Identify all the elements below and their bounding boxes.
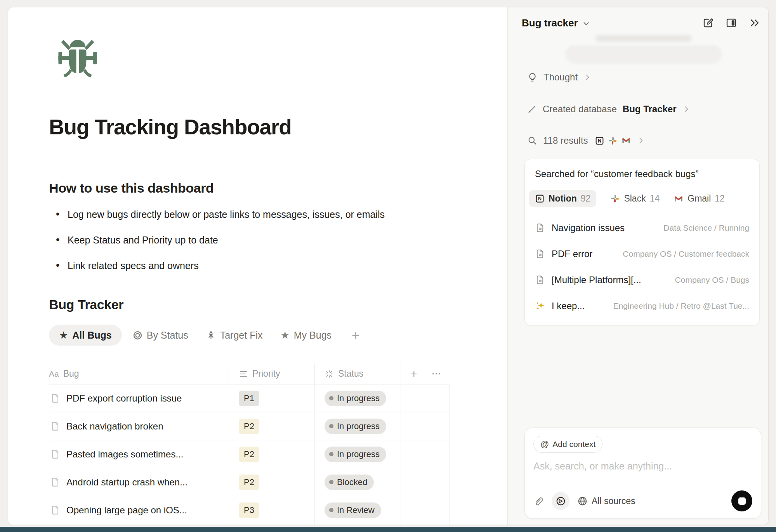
status-dot [329,452,333,456]
page-icon [50,477,61,487]
panel-layout-button[interactable] [725,16,738,30]
notion-icon: N [535,194,545,203]
fading-toast [566,35,721,61]
attach-icon[interactable] [533,496,544,506]
priority-pill[interactable]: P2 [239,419,259,434]
table-row-partial[interactable] [49,524,449,525]
notion-icon: N [595,136,604,146]
table-row[interactable]: Back navigation broken P2 In progress [49,412,449,440]
star-icon: ★ [280,330,289,340]
created-label: Created database [543,104,617,115]
howto-list: Log new bugs directly below or paste lin… [49,209,507,271]
source-tab-gmail[interactable]: Gmail 12 [674,193,725,204]
table-more-button[interactable]: ⋯ [431,368,442,380]
tracker-heading: Bug Tracker [49,297,507,312]
howto-item: Keep Status and Priority up to date [49,235,507,246]
status-property-icon [325,369,334,379]
svg-text:N: N [538,196,542,202]
model-button[interactable] [552,492,569,510]
page-icon [535,223,545,233]
add-column-button[interactable]: + [411,368,417,380]
view-tab-label: Target Fix [220,330,263,341]
view-tab-all-bugs[interactable]: ★ All Bugs [49,325,122,346]
select-property-icon [239,369,248,379]
created-database-step[interactable]: Created database Bug Tracker [527,104,690,115]
howto-item: Log new bugs directly below or paste lin… [49,209,507,220]
view-tab-label: By Status [147,330,188,341]
collapse-panel-button[interactable] [748,16,761,30]
bottom-accent-bar [0,527,776,532]
compose-icon [704,19,713,27]
search-results-card: Searched for “customer feedback bugs” N … [524,159,760,325]
priority-pill[interactable]: P3 [239,502,259,518]
page-icon [50,449,61,459]
gmail-icon [674,194,684,204]
search-results-step[interactable]: 118 results N [527,135,645,146]
bug-title: Android startup crash when... [66,477,187,488]
workspace-card: Bug Tracking Dashboard How to use this d… [8,7,769,525]
table-row[interactable]: PDF export corruption issue P1 In progre… [49,384,449,412]
slack-icon [610,194,620,203]
table-row[interactable]: Android startup crash when... P2 Blocked [49,468,449,496]
search-query-heading: Searched for “customer feedback bugs” [535,169,749,179]
sparkles-icon [535,301,545,311]
all-sources-button[interactable]: All sources [577,496,635,506]
status-pill[interactable]: In progress [325,391,386,406]
composer-toolbar: All sources [533,490,752,511]
status-pill[interactable]: In Review [325,502,381,518]
slack-icon [608,136,618,146]
page-icon [50,421,61,431]
status-dot [329,480,333,484]
page-icon [50,393,61,403]
assistant-header: Bug tracker [508,7,768,35]
result-row[interactable]: I keep... Engineering Hub / Retro @Last … [535,293,749,319]
status-dot [329,396,333,400]
rocket-icon [206,330,216,340]
bug-page-icon[interactable] [52,33,103,79]
priority-pill[interactable]: P1 [239,391,259,406]
source-tab-slack[interactable]: Slack 14 [610,193,660,204]
view-tab-label: My Bugs [294,330,332,341]
status-pill[interactable]: In progress [325,447,386,462]
stop-button[interactable] [731,490,752,511]
app-window: Bug Tracking Dashboard How to use this d… [0,0,776,532]
results-count-label: 118 results [543,135,588,146]
result-list: Navigation issues Data Science / Running… [535,215,749,319]
add-view-button[interactable]: + [345,325,366,346]
thought-step[interactable]: Thought [527,72,591,83]
column-header-bug[interactable]: Aa Bug [49,363,229,384]
chevron-right-icon [583,73,591,81]
panel-right-icon [726,17,737,29]
priority-pill[interactable]: P2 [239,447,259,462]
target-icon [133,330,142,340]
globe-icon [577,496,588,506]
result-row[interactable]: PDF error Company OS / Customer feedback [535,241,749,267]
composer-input[interactable] [533,461,752,472]
status-pill[interactable]: Blocked [325,475,374,490]
notion-page: Bug Tracking Dashboard How to use this d… [8,7,507,525]
table-row[interactable]: Pasted images sometimes... P2 In progres… [49,440,449,468]
add-context-button[interactable]: @ Add context [533,436,602,453]
chevron-down-icon[interactable] [582,19,590,28]
view-tab-by-status[interactable]: By Status [126,325,195,346]
view-tab-my-bugs[interactable]: ★ My Bugs [273,325,339,346]
table-row[interactable]: Opening large page on iOS... P3 In Revie… [49,496,449,524]
stop-icon [738,497,746,505]
chevron-right-icon [682,105,690,113]
priority-pill[interactable]: P2 [239,475,259,490]
text-property-icon: Aa [49,369,59,379]
new-chat-button[interactable] [701,16,715,30]
database-view-tabs: ★ All Bugs By Status [49,325,507,346]
pencil-icon [527,104,537,114]
result-row[interactable]: [Multiple Platforms][... Company OS / Bu… [535,267,749,293]
column-header-status[interactable]: Status [314,363,401,384]
view-tab-target-fix[interactable]: Target Fix [199,325,270,346]
table-header: Aa Bug Priority [49,363,450,384]
assistant-title[interactable]: Bug tracker [522,17,578,29]
status-dot [329,424,333,428]
status-pill[interactable]: In progress [325,419,386,434]
status-dot [329,508,333,512]
source-tab-notion[interactable]: N Notion 92 [529,190,596,207]
result-row[interactable]: Navigation issues Data Science / Running [535,215,749,241]
column-header-priority[interactable]: Priority [229,363,314,384]
